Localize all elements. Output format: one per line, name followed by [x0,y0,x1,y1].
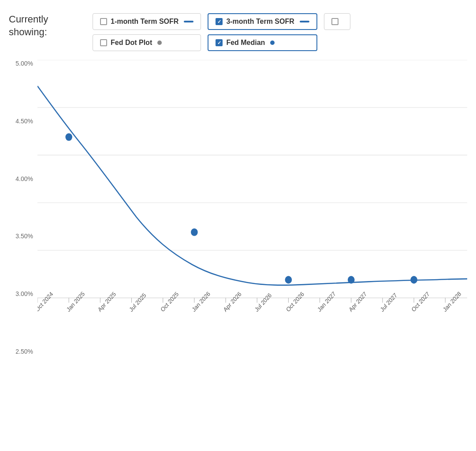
x-label-jan-2027: Jan 2027 [316,290,337,313]
dot-apr-2026 [191,229,198,236]
dot-jan-2028 [348,276,355,284]
chart-area: 5.00% 4.50% 4.00% 3.50% 3.00% 2.50% [9,60,467,390]
checkbox-label-3m-sofr: 3-month Term SOFR [226,18,294,26]
dot-jan-2025 [65,133,72,140]
y-label-3: 3.00% [15,290,33,297]
x-label-jan-2025: Jan 2025 [65,290,86,313]
checkbox-3m-sofr[interactable]: 3-month Term SOFR [208,13,317,30]
x-label-jan-2026: Jan 2026 [191,290,212,313]
checkboxes-grid: 1-month Term SOFR 3-month Term SOFR Fed … [93,13,350,51]
x-label-apr-2026: Apr 2026 [222,291,242,313]
x-label-oct-2024: Oct 2024 [37,290,55,313]
sofr-curve [37,86,467,285]
legend-dot-fed-dot-plot [157,41,162,45]
y-label-4: 4.00% [15,175,33,182]
checkbox-box-fed-median [216,39,223,46]
y-axis: 5.00% 4.50% 4.00% 3.50% 3.00% 2.50% [9,60,37,355]
dot-jan-2029 [410,276,417,284]
checkbox-fed-dot-plot[interactable]: Fed Dot Plot [93,34,201,51]
chart-svg: Oct 2024 Jan 2025 Apr 2025 Jul 2025 Oct … [37,60,467,355]
checkbox-box-placeholder [331,18,338,25]
y-label-5: 5.00% [15,60,33,67]
checkbox-label-1m-sofr: 1-month Term SOFR [111,18,178,26]
legend-dash-1m-sofr [184,21,193,22]
x-label-oct-2026: Oct 2026 [285,291,305,313]
checkbox-box-fed-dot-plot [100,39,107,46]
x-label-apr-2025: Apr 2025 [97,291,117,313]
x-label-jan-2028: Jan 2028 [442,290,462,313]
currently-showing-label: Currently showing: [9,13,79,38]
x-label-jul-2027: Jul 2027 [379,292,398,313]
checkbox-label-fed-median: Fed Median [226,39,265,47]
y-label-4-5: 4.50% [15,118,33,125]
x-label-jul-2025: Jul 2025 [128,292,147,313]
y-label-3-5: 3.50% [15,233,33,240]
controls-row: Currently showing: 1-month Term SOFR 3-m… [9,13,467,51]
checkbox-box-1m-sofr [100,18,107,25]
legend-dash-3m-sofr [300,21,309,22]
x-label-jul-2026: Jul 2026 [253,292,273,313]
x-label-apr-2027: Apr 2027 [348,291,368,313]
checkbox-1m-sofr[interactable]: 1-month Term SOFR [93,13,201,30]
label-line1: Currently [9,14,48,25]
checkbox-placeholder[interactable] [324,13,350,30]
x-label-oct-2025: Oct 2025 [160,291,180,313]
y-label-2-5: 2.50% [15,348,33,355]
label-line2: showing: [9,26,47,37]
checkbox-fed-median[interactable]: Fed Median [208,34,317,51]
legend-dot-fed-median [270,41,275,45]
checkbox-label-fed-dot-plot: Fed Dot Plot [111,39,152,47]
dot-jan-2027 [285,276,292,284]
chart-inner: Oct 2024 Jan 2025 Apr 2025 Jul 2025 Oct … [37,60,467,355]
checkbox-box-3m-sofr [216,18,223,25]
x-label-oct-2027: Oct 2027 [410,291,431,313]
